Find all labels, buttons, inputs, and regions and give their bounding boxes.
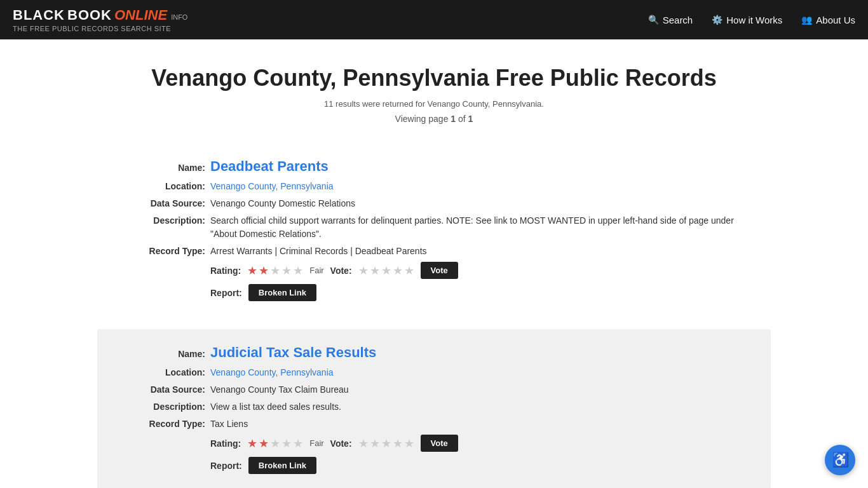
record-description: View a list tax deed sales results.: [210, 400, 341, 414]
results-summary: 11 results were returned for Venango Cou…: [97, 99, 771, 109]
total-pages: 1: [468, 114, 473, 124]
header: BLACK BOOK ONLINE INFO THE FREE PUBLIC R…: [0, 0, 868, 39]
star-1[interactable]: ★: [247, 264, 257, 278]
data-source-label: Data Source:: [123, 198, 205, 208]
people-icon: 👥: [801, 15, 812, 25]
star-3[interactable]: ★: [270, 264, 280, 278]
paging-prefix: Viewing page: [395, 114, 449, 124]
nav-about-us-label: About Us: [816, 15, 855, 25]
star-1[interactable]: ★: [247, 437, 257, 451]
nav-how-it-works-label: How it Works: [726, 15, 782, 25]
record-type: Tax Liens: [210, 417, 248, 431]
vote-star-2[interactable]: ★: [370, 437, 380, 451]
record-type: Arrest Warrants | Criminal Records | Dea…: [210, 245, 427, 258]
vote-star-3[interactable]: ★: [381, 437, 391, 451]
record-card: Name: Deadbeat Parents Location: Venango…: [97, 143, 771, 316]
logo: BLACK BOOK ONLINE INFO THE FREE PUBLIC R…: [13, 7, 187, 32]
description-label: Description:: [123, 215, 205, 226]
paging-info: Viewing page 1 of 1: [97, 114, 771, 124]
current-page: 1: [451, 114, 456, 124]
nav-search-label: Search: [663, 15, 693, 25]
record-data-source: Venango County Tax Claim Bureau: [210, 383, 349, 396]
star-5[interactable]: ★: [293, 264, 303, 278]
vote-star-5[interactable]: ★: [404, 437, 414, 451]
record-type-label: Record Type:: [123, 419, 205, 429]
description-label: Description:: [123, 402, 205, 412]
star-2[interactable]: ★: [259, 264, 269, 278]
nav-search[interactable]: 🔍 Search: [648, 15, 693, 25]
star-3[interactable]: ★: [270, 437, 280, 451]
rating-row: Rating: ★ ★ ★ ★ ★ Fair Vote: ★ ★ ★ ★ ★ V…: [210, 435, 745, 452]
vote-button[interactable]: Vote: [421, 435, 458, 452]
record-description: Search official child support warrants f…: [210, 214, 745, 241]
star-4[interactable]: ★: [281, 437, 292, 451]
report-row: Report: Broken Link: [210, 284, 745, 301]
accessibility-button[interactable]: ♿: [825, 445, 855, 475]
vote-button[interactable]: Vote: [421, 262, 458, 279]
record-name-link[interactable]: Deadbeat Parents: [210, 158, 329, 175]
vote-star-1[interactable]: ★: [358, 264, 369, 278]
vote-star-1[interactable]: ★: [358, 437, 369, 451]
record-card: Name: Judicial Tax Sale Results Location…: [97, 329, 771, 488]
vote-stars[interactable]: ★ ★ ★ ★ ★: [358, 264, 414, 278]
vote-star-5[interactable]: ★: [404, 264, 414, 278]
navigation: 🔍 Search ⚙️ How it Works 👥 About Us: [648, 15, 855, 25]
search-icon: 🔍: [648, 15, 659, 25]
vote-star-4[interactable]: ★: [393, 437, 403, 451]
rating-text: Fair: [309, 266, 323, 275]
record-location[interactable]: Venango County, Pennsylvania: [210, 366, 334, 379]
logo-book: BOOK: [67, 7, 112, 24]
main-content: Venango County, Pennsylvania Free Public…: [85, 39, 783, 488]
logo-black: BLACK: [13, 7, 65, 24]
star-5[interactable]: ★: [293, 437, 303, 451]
record-type-label: Record Type:: [123, 246, 205, 256]
nav-about-us[interactable]: 👥 About Us: [801, 15, 855, 25]
page-title: Venango County, Pennsylvania Free Public…: [97, 65, 771, 92]
star-2[interactable]: ★: [259, 437, 269, 451]
vote-star-2[interactable]: ★: [370, 264, 380, 278]
report-row: Report: Broken Link: [210, 457, 745, 474]
location-label: Location:: [123, 181, 205, 191]
name-label: Name:: [123, 349, 205, 359]
star-4[interactable]: ★: [281, 264, 292, 278]
logo-tagline: THE FREE PUBLIC RECORDS SEARCH SITE: [13, 25, 187, 32]
data-source-label: Data Source:: [123, 384, 205, 395]
broken-link-button[interactable]: Broken Link: [248, 457, 316, 474]
record-name-link[interactable]: Judicial Tax Sale Results: [210, 344, 376, 361]
nav-how-it-works[interactable]: ⚙️ How it Works: [712, 15, 782, 25]
rating-stars[interactable]: ★ ★ ★ ★ ★: [247, 437, 303, 451]
name-label: Name:: [123, 163, 205, 173]
vote-star-3[interactable]: ★: [381, 264, 391, 278]
record-data-source: Venango County Domestic Relations: [210, 197, 355, 210]
rating-text: Fair: [309, 438, 323, 448]
record-location[interactable]: Venango County, Pennsylvania: [210, 180, 334, 193]
vote-star-4[interactable]: ★: [393, 264, 403, 278]
logo-online: ONLINE: [114, 7, 167, 24]
vote-stars[interactable]: ★ ★ ★ ★ ★: [358, 437, 414, 451]
rating-row: Rating: ★ ★ ★ ★ ★ Fair Vote: ★ ★ ★ ★ ★ V…: [210, 262, 745, 279]
broken-link-button[interactable]: Broken Link: [248, 284, 316, 301]
location-label: Location:: [123, 367, 205, 377]
report-label: Report:: [210, 288, 242, 298]
rating-stars[interactable]: ★ ★ ★ ★ ★: [247, 264, 303, 278]
rating-label: Rating:: [210, 438, 241, 449]
gear-icon: ⚙️: [712, 15, 722, 25]
report-label: Report:: [210, 461, 242, 471]
logo-info: INFO: [171, 13, 187, 21]
vote-label: Vote:: [330, 438, 352, 449]
rating-label: Rating:: [210, 266, 241, 276]
vote-label: Vote:: [330, 266, 352, 276]
